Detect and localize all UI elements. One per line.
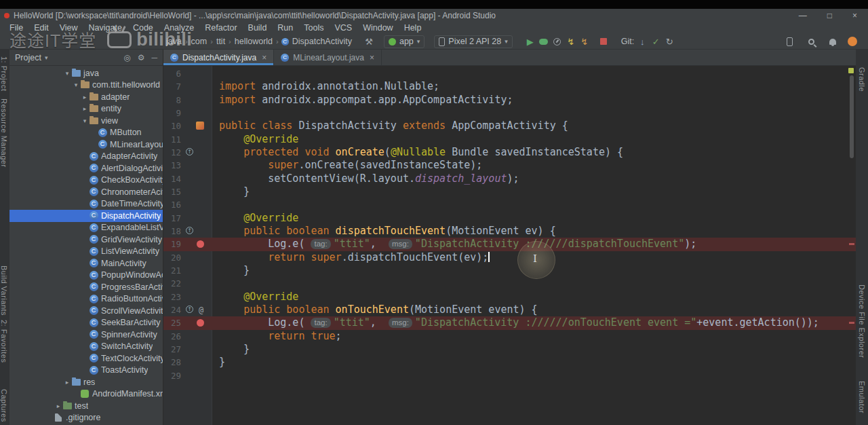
annotation-marker-icon[interactable]: @: [199, 304, 203, 317]
tool-button-emulator[interactable]: Emulator: [858, 381, 866, 413]
tree-item-listviewactivity[interactable]: CListViewActivity: [9, 246, 163, 258]
menu-analyze[interactable]: Analyze: [159, 23, 199, 33]
git-update-button[interactable]: ↓: [635, 35, 649, 48]
code-text[interactable]: Log.e( tag:"ttit", msg:"DispatchActivity…: [212, 316, 819, 329]
gutter-markers[interactable]: [181, 343, 212, 356]
tree-item--gitignore[interactable]: .gitignore: [9, 412, 163, 424]
tree-item-gridviewactivity[interactable]: CGridViewActivity: [9, 234, 163, 246]
tree-item-scrollviewactivity[interactable]: CScrollViewActivity: [9, 305, 163, 317]
stop-button[interactable]: [597, 35, 610, 48]
editor-tab-mlinearlayout-java[interactable]: CMLinearLayout.java×: [274, 50, 382, 65]
expand-open-icon[interactable]: ▾: [72, 81, 80, 88]
gutter-markers[interactable]: [181, 172, 212, 185]
expand-closed-icon[interactable]: ▸: [63, 379, 71, 386]
code-text[interactable]: [212, 198, 219, 211]
gutter-markers[interactable]: ↑: [181, 225, 212, 238]
gutter-markers[interactable]: [181, 369, 212, 382]
code-text[interactable]: @Override: [212, 291, 298, 303]
code-editor[interactable]: 67import androidx.annotation.Nullable;8i…: [163, 66, 856, 425]
expand-open-icon[interactable]: ▾: [63, 70, 71, 77]
avatar[interactable]: [848, 37, 857, 46]
tree-item-chronometeracitivity[interactable]: CChronometerAcitivity: [9, 186, 163, 198]
tab-close-icon[interactable]: ×: [370, 53, 374, 62]
code-text[interactable]: public class DispatchActivity extends Ap…: [212, 119, 568, 132]
project-panel-title[interactable]: Project: [15, 53, 41, 62]
notifications-button[interactable]: [826, 35, 840, 48]
error-stripe-mark[interactable]: [849, 243, 854, 245]
search-everywhere-button[interactable]: [804, 35, 818, 48]
menu-build[interactable]: Build: [243, 23, 273, 33]
git-history-button[interactable]: ↻: [663, 35, 676, 48]
tree-item-dispatchactivity[interactable]: CDispatchActivity: [9, 210, 163, 222]
expand-closed-icon[interactable]: ▸: [54, 403, 62, 409]
gutter-markers[interactable]: [181, 159, 212, 172]
menu-navigate[interactable]: Navigate: [83, 23, 127, 33]
tree-item-res[interactable]: ▸res: [9, 376, 163, 388]
code-text[interactable]: protected void onCreate(@Nullable Bundle…: [212, 146, 623, 159]
tree-item-spinneractivity[interactable]: CSpinnerActivity: [9, 329, 163, 341]
gutter-markers[interactable]: [181, 277, 212, 290]
code-text[interactable]: import androidx.annotation.Nullable;: [212, 80, 439, 93]
tree-item-androidmanifest-xml[interactable]: AndroidManifest.xml: [9, 388, 163, 401]
gutter-markers[interactable]: [181, 251, 212, 264]
code-text[interactable]: super.onCreate(savedInstanceState);: [212, 159, 482, 172]
gutter-markers[interactable]: [181, 80, 212, 93]
tree-item-adapteractivity[interactable]: CAdapterActivity: [9, 151, 163, 163]
tree-item-radiobuttonactivity[interactable]: CRadioButtonActivity: [9, 293, 163, 306]
code-text[interactable]: @Override: [212, 133, 298, 146]
hide-panel-icon[interactable]: ─: [151, 53, 157, 62]
tree-item-progressbaractivity[interactable]: CProgressBarActivity: [9, 281, 163, 293]
menu-tools[interactable]: Tools: [298, 23, 329, 33]
override-marker-icon[interactable]: ↑: [186, 306, 193, 313]
tree-item-textclockactivity[interactable]: CTextClockActivity: [9, 352, 163, 365]
debug-button[interactable]: [537, 35, 551, 48]
gutter-markers[interactable]: [181, 119, 212, 132]
breakpoint-icon[interactable]: [197, 319, 204, 327]
tree-item-mainactivity[interactable]: CMainActivity: [9, 257, 163, 270]
editor-scrollbar[interactable]: [850, 75, 854, 158]
code-text[interactable]: }: [212, 356, 225, 369]
tree-item-adapter[interactable]: ▸adapter: [9, 91, 163, 103]
gutter-markers[interactable]: [181, 133, 212, 146]
override-marker-icon[interactable]: ↑: [186, 227, 193, 234]
menu-run[interactable]: Run: [272, 23, 298, 33]
gutter-markers[interactable]: [181, 185, 212, 198]
menu-view[interactable]: View: [54, 23, 83, 33]
apply-changes-button[interactable]: ↯: [564, 35, 578, 48]
code-text[interactable]: public boolean onTouchEvent(MotionEvent …: [212, 303, 538, 316]
run-config-select[interactable]: app ▾: [384, 35, 425, 48]
tree-item-seekbaractivity[interactable]: CSeekBarActivity: [9, 317, 163, 329]
code-text[interactable]: @Override: [212, 212, 298, 225]
menu-help[interactable]: Help: [399, 23, 427, 33]
tree-item-test[interactable]: ▸test: [9, 400, 163, 412]
gutter-markers[interactable]: ↑: [181, 146, 212, 159]
profiler-button[interactable]: [551, 35, 564, 48]
gutter-markers[interactable]: [181, 238, 212, 251]
close-button[interactable]: ×: [852, 11, 857, 20]
menu-refactor[interactable]: Refactor: [199, 23, 242, 33]
tree-item-popupwindowactivity[interactable]: CPopupWindowActivity: [9, 270, 163, 282]
tree-item-mlinearlayout[interactable]: CMLinearLayout: [9, 138, 163, 151]
gutter-markers[interactable]: [181, 107, 212, 119]
code-text[interactable]: [212, 277, 219, 290]
gutter-markers[interactable]: [181, 316, 212, 329]
code-text[interactable]: Log.e( tag:"ttit", msg:"DispatchActivity…: [212, 238, 696, 251]
code-text[interactable]: }: [212, 185, 250, 198]
run-button[interactable]: ▶: [524, 35, 537, 48]
gutter-markers[interactable]: [181, 67, 212, 80]
code-text[interactable]: [212, 369, 219, 382]
tree-item-checkboxactivity[interactable]: CCheckBoxActivity: [9, 174, 163, 187]
expand-closed-icon[interactable]: ▸: [81, 94, 89, 100]
apply-code-changes-button[interactable]: ↯: [578, 35, 591, 48]
gutter-markers[interactable]: [181, 356, 212, 369]
tool-button-2-favorites[interactable]: 2: Favorites: [0, 320, 8, 363]
tree-item-expandablelistviewactivity[interactable]: CExpandableListViewActivity: [9, 222, 163, 234]
expand-open-icon[interactable]: ▾: [81, 117, 89, 124]
editor-tab-dispatchactivity-java[interactable]: CDispatchActivity.java×: [163, 50, 274, 65]
code-text[interactable]: return true;: [212, 330, 342, 343]
expand-closed-icon[interactable]: ▸: [81, 105, 89, 112]
tool-button-captures[interactable]: Captures: [0, 389, 8, 422]
tab-close-icon[interactable]: ×: [262, 53, 267, 62]
code-text[interactable]: import androidx.appcompat.app.AppCompatA…: [212, 94, 513, 107]
gutter-markers[interactable]: [181, 198, 212, 211]
